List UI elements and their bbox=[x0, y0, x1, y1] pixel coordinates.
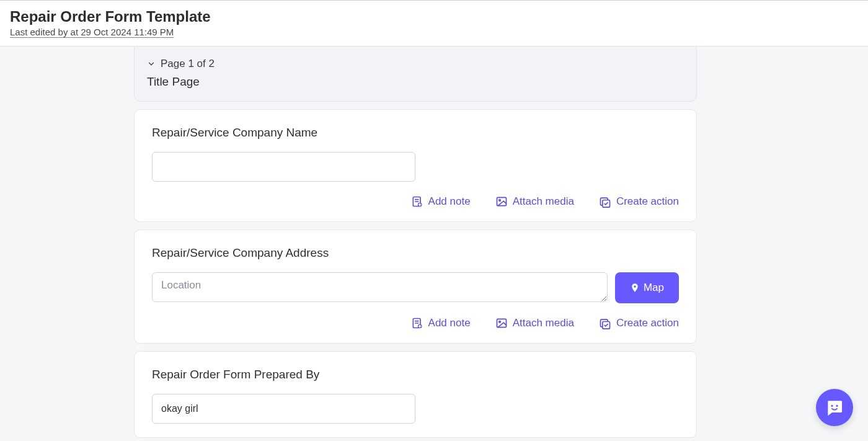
location-input[interactable] bbox=[152, 272, 608, 302]
svg-point-21 bbox=[836, 405, 838, 407]
page-indicator-text: Page 1 of 2 bbox=[161, 58, 215, 70]
card-actions: Add note Attach media Create action bbox=[152, 317, 679, 329]
last-edited-subtitle[interactable]: Last edited by at 29 Oct 2024 11:49 PM bbox=[10, 27, 858, 37]
attach-media-label: Attach media bbox=[513, 195, 574, 208]
company-name-input[interactable] bbox=[152, 152, 415, 182]
add-note-label: Add note bbox=[428, 317, 471, 329]
section-title: Title Page bbox=[147, 75, 684, 89]
create-action-button[interactable]: Create action bbox=[599, 317, 679, 329]
page-indicator[interactable]: Page 1 of 2 bbox=[147, 58, 684, 70]
header: Repair Order Form Template Last edited b… bbox=[0, 0, 868, 47]
create-action-label: Create action bbox=[616, 195, 679, 208]
svg-point-7 bbox=[498, 200, 500, 202]
content-area: Page 1 of 2 Title Page Repair/Service Co… bbox=[0, 47, 868, 441]
add-note-button[interactable]: Add note bbox=[411, 317, 471, 329]
page-header-card: Page 1 of 2 Title Page bbox=[134, 47, 697, 102]
company-name-card: Repair/Service Company Name Add note bbox=[134, 109, 697, 222]
image-icon bbox=[495, 195, 508, 208]
svg-point-17 bbox=[498, 321, 500, 323]
attach-media-button[interactable]: Attach media bbox=[495, 317, 574, 329]
note-icon bbox=[411, 195, 423, 208]
add-note-button[interactable]: Add note bbox=[411, 195, 471, 208]
checkbox-icon bbox=[599, 195, 611, 208]
map-button[interactable]: Map bbox=[615, 272, 679, 303]
chat-icon bbox=[825, 398, 844, 417]
prepared-by-label: Repair Order Form Prepared By bbox=[152, 368, 679, 381]
chevron-down-icon bbox=[147, 60, 156, 68]
chat-widget-button[interactable] bbox=[816, 389, 853, 426]
last-edited-prefix: Last edited by bbox=[10, 27, 71, 37]
map-pin-icon bbox=[630, 283, 640, 293]
svg-point-20 bbox=[831, 405, 833, 407]
attach-media-button[interactable]: Attach media bbox=[495, 195, 574, 208]
company-address-label: Repair/Service Company Address bbox=[152, 246, 679, 260]
checkbox-icon bbox=[599, 317, 611, 329]
attach-media-label: Attach media bbox=[513, 317, 574, 329]
page-title: Repair Order Form Template bbox=[10, 8, 858, 25]
note-icon bbox=[411, 317, 423, 329]
create-action-label: Create action bbox=[616, 317, 679, 329]
prepared-by-card: Repair Order Form Prepared By bbox=[134, 351, 697, 438]
create-action-button[interactable]: Create action bbox=[599, 195, 679, 208]
company-name-label: Repair/Service Company Name bbox=[152, 126, 679, 140]
last-edited-at: at 29 Oct 2024 11:49 PM bbox=[71, 27, 174, 37]
add-note-label: Add note bbox=[428, 195, 471, 208]
prepared-by-input[interactable] bbox=[152, 394, 415, 424]
card-actions: Add note Attach media Create action bbox=[152, 195, 679, 208]
image-icon bbox=[495, 317, 508, 329]
company-address-card: Repair/Service Company Address Map bbox=[134, 229, 697, 344]
map-button-label: Map bbox=[644, 282, 664, 294]
location-row: Map bbox=[152, 272, 679, 303]
